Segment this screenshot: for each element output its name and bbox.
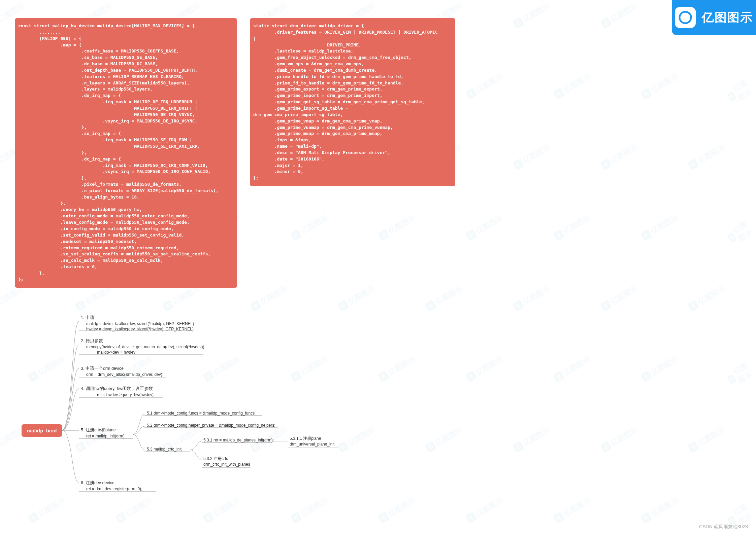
mindmap-node-2-title: 2. 拷贝参数 <box>81 339 103 343</box>
brand-logo-icon <box>675 7 696 28</box>
mindmap-node-6-line1: ret = drm_dev_register(drm, 0); <box>81 486 142 492</box>
mindmap-node-5-line1: ret = malidp_init(drm); <box>81 433 126 439</box>
mindmap-node-2-line2: malidp->dev = hwdev; <box>81 350 205 355</box>
brand-badge: 亿图图示 <box>672 0 756 35</box>
mindmap-node-3[interactable]: 3. 申请一个drm device drm = drm_dev_alloc(&m… <box>81 366 163 377</box>
mindmap-node-5-3[interactable]: 5.3 malidp_crtc_init <box>147 447 182 452</box>
mindmap-node-3-title: 3. 申请一个drm device <box>81 366 124 371</box>
mindmap-node-6[interactable]: 6. 注册dev device ret = drm_dev_register(d… <box>81 480 142 492</box>
mindmap-node-2[interactable]: 2. 拷贝参数 memcpy(hwdev, of_device_get_matc… <box>81 338 205 355</box>
mindmap-node-1[interactable]: 1. 申请: malidp = devm_kzalloc(dev, sizeof… <box>81 315 194 332</box>
brand-name: 亿图图示 <box>702 9 753 26</box>
mindmap-node-5-3-1-1[interactable]: 5.3.1.1 注册plane drm_universal_plane_init <box>290 436 334 447</box>
mindmap-node-4-line1: ret = hwdev->query_hw(hwdev); <box>81 392 155 398</box>
mindmap-node-5-title: 5. 注册crtc和plane <box>81 428 116 432</box>
mindmap-node-3-line1: drm = drm_dev_alloc(&malidp_driver, dev)… <box>81 372 163 378</box>
mindmap-node-5-3-1-1-title: 5.3.1.1 注册plane <box>290 436 321 441</box>
mindmap-node-5-3-text: 5.3 malidp_crtc_init <box>147 447 182 452</box>
mindmap-root-node[interactable]: malidp_bind <box>22 424 62 437</box>
attribution-text: CSDN @风雨兼程8023 <box>699 524 748 530</box>
mindmap-node-5-2[interactable]: 5.2 drm->mode_config.helper_private = &m… <box>147 423 275 428</box>
mindmap-node-5-1-text: 5.1 drm->mode_config.funcs = &malidp_mod… <box>147 411 255 416</box>
mindmap-node-4[interactable]: 4. 调用hw的query_hw函数，设置参数 ret = hwdev->que… <box>81 386 155 397</box>
code-block-malidp-device: const struct malidp_hw_device malidp_dev… <box>15 18 237 288</box>
mindmap-node-5-1[interactable]: 5.1 drm->mode_config.funcs = &malidp_mod… <box>147 411 255 416</box>
mindmap-node-5-3-1-text: 5.3.1 ret = malidp_de_planes_init(drm); <box>203 438 274 442</box>
mindmap-node-5-3-2-title: 5.3.2 注册crtc <box>203 456 228 461</box>
mindmap-node-2-line1: memcpy(hwdev, of_device_get_match_data(d… <box>81 344 205 350</box>
mindmap-node-1-line2: hwdev = devm_kzalloc(dev, sizeof(*hwdev)… <box>81 326 194 332</box>
mindmap-node-1-line1: malidp = devm_kzalloc(dev, sizeof(*malid… <box>81 321 194 327</box>
mindmap-node-5[interactable]: 5. 注册crtc和plane ret = malidp_init(drm); <box>81 427 126 439</box>
mindmap-node-4-title: 4. 调用hw的query_hw函数，设置参数 <box>81 386 153 391</box>
mindmap-node-5-3-2-line: drm_crtc_init_with_planes <box>203 462 250 467</box>
mindmap-node-5-3-1[interactable]: 5.3.1 ret = malidp_de_planes_init(drm); <box>203 437 274 443</box>
code-block-malidp-driver: static struct drm_driver malidp_driver =… <box>250 18 455 186</box>
mindmap-node-5-3-2[interactable]: 5.3.2 注册crtc drm_crtc_init_with_planes <box>203 456 250 467</box>
mindmap-node-6-title: 6. 注册dev device <box>81 480 114 485</box>
mindmap-node-1-title: 1. 申请: <box>81 315 95 320</box>
mindmap-node-5-2-text: 5.2 drm->mode_config.helper_private = &m… <box>147 423 275 428</box>
mindmap-node-5-3-1-1-line: drm_universal_plane_init <box>290 442 334 447</box>
